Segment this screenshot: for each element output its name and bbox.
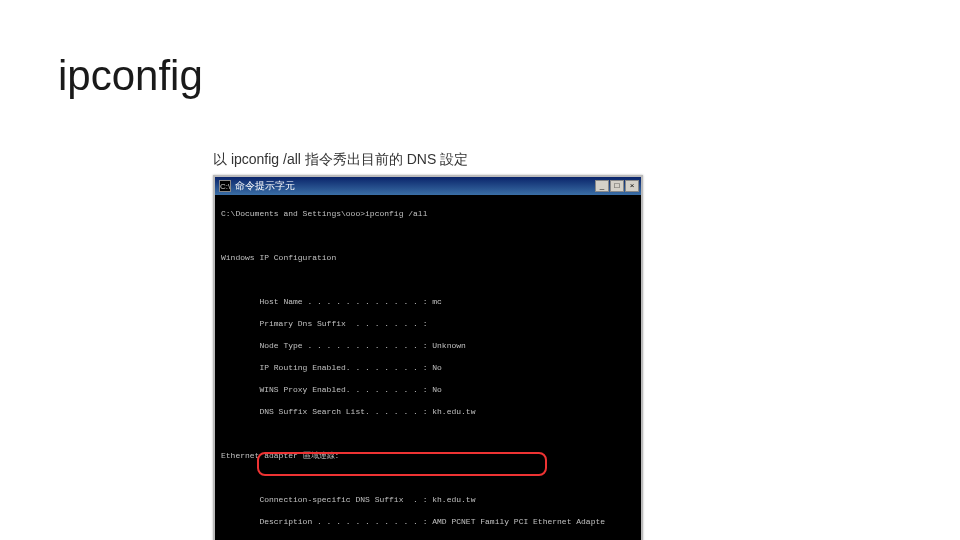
command-prompt-window: C:\ 命令提示字元 _ □ × C:\Documents and Settin…: [213, 175, 643, 540]
minimize-button[interactable]: _: [595, 180, 609, 192]
adapter-line: Connection-specific DNS Suffix . : kh.ed…: [221, 494, 635, 505]
cfg-heading: Windows IP Configuration: [221, 252, 635, 263]
blank-line: [221, 472, 635, 483]
cfg-line: WINS Proxy Enabled. . . . . . . . : No: [221, 384, 635, 395]
window-titlebar[interactable]: C:\ 命令提示字元 _ □ ×: [215, 177, 641, 195]
cfg-line: Host Name . . . . . . . . . . . . : mc: [221, 296, 635, 307]
blank-line: [221, 274, 635, 285]
terminal-output[interactable]: C:\Documents and Settings\ooo>ipconfig /…: [215, 195, 641, 540]
cfg-line: Node Type . . . . . . . . . . . . : Unkn…: [221, 340, 635, 351]
cmd-icon: C:\: [219, 180, 231, 192]
cfg-line: IP Routing Enabled. . . . . . . . : No: [221, 362, 635, 373]
blank-line: [221, 428, 635, 439]
adapter-line: Description . . . . . . . . . . . : AMD …: [221, 516, 635, 527]
cfg-line: DNS Suffix Search List. . . . . . : kh.e…: [221, 406, 635, 417]
page-title: ipconfig: [58, 52, 203, 100]
subtitle-text: 以 ipconfig /all 指令秀出目前的 DNS 設定: [213, 151, 468, 169]
close-button[interactable]: ×: [625, 180, 639, 192]
adapter-heading: Ethernet adapter 區域連線:: [221, 450, 635, 461]
maximize-button[interactable]: □: [610, 180, 624, 192]
window-title: 命令提示字元: [235, 179, 595, 193]
cfg-line: Primary Dns Suffix . . . . . . . :: [221, 318, 635, 329]
cmd-prompt: C:\Documents and Settings\ooo>ipconfig /…: [221, 208, 635, 219]
blank-line: [221, 230, 635, 241]
